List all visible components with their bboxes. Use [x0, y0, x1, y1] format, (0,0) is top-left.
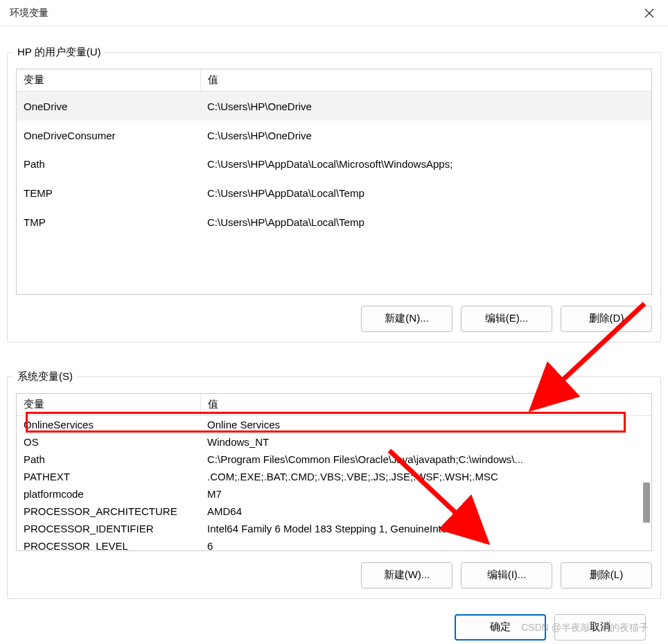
user-vars-legend: HP 的用户变量(U): [13, 46, 105, 59]
var-value-cell: Windows_NT: [200, 433, 651, 451]
sys-delete-button[interactable]: 删除(L): [561, 562, 652, 589]
var-name-cell: Path: [17, 451, 200, 468]
var-value-cell: 6: [200, 537, 651, 551]
var-name-cell: PATHEXT: [17, 468, 200, 485]
user-vars-group: HP 的用户变量(U) 变量 值 OneDriveC:\Users\HP\One…: [7, 46, 661, 342]
var-name-cell: platformcode: [17, 485, 200, 503]
var-value-cell: C:\Users\HP\OneDrive: [200, 121, 651, 150]
user-col-name[interactable]: 变量: [17, 69, 200, 92]
user-new-button[interactable]: 新建(N)...: [361, 306, 452, 332]
sys-vars-legend: 系统变量(S): [13, 370, 77, 383]
var-value-cell: Intel64 Family 6 Model 183 Stepping 1, G…: [200, 520, 651, 537]
window-title: 环境变量: [10, 7, 49, 19]
table-row[interactable]: OSWindows_NT: [17, 433, 651, 451]
table-row[interactable]: PATHEXT.COM;.EXE;.BAT;.CMD;.VBS;.VBE;.JS…: [17, 468, 651, 485]
user-vars-table-wrap: 变量 值 OneDriveC:\Users\HP\OneDriveOneDriv…: [16, 69, 652, 295]
sys-scrollbar[interactable]: [640, 416, 651, 550]
var-value-cell: C:\Users\HP\OneDrive: [200, 92, 651, 121]
sys-button-row: 新建(W)... 编辑(I)... 删除(L): [16, 562, 652, 589]
var-name-cell: Path: [17, 150, 200, 179]
table-row[interactable]: TMPC:\Users\HP\AppData\Local\Temp: [17, 208, 651, 237]
var-name-cell: OS: [17, 433, 200, 451]
var-name-cell: PROCESSOR_ARCHITECTURE: [17, 503, 200, 520]
sys-vars-table[interactable]: 变量 值 OnlineServicesOnline ServicesOSWind…: [17, 394, 651, 551]
table-row[interactable]: platformcodeM7: [17, 485, 651, 503]
titlebar: 环境变量: [0, 0, 668, 26]
table-row[interactable]: PROCESSOR_IDENTIFIERIntel64 Family 6 Mod…: [17, 520, 651, 537]
var-value-cell: .COM;.EXE;.BAT;.CMD;.VBS;.VBE;.JS;.JSE;.…: [200, 468, 651, 485]
ok-button[interactable]: 确定: [455, 614, 546, 641]
sys-col-name[interactable]: 变量: [17, 394, 200, 416]
close-icon[interactable]: [633, 0, 665, 26]
table-row[interactable]: PROCESSOR_LEVEL6: [17, 537, 651, 551]
var-value-cell: C:\Program Files\Common Files\Oracle\Jav…: [200, 451, 651, 468]
table-row[interactable]: OneDriveConsumerC:\Users\HP\OneDrive: [17, 121, 651, 150]
dialog-button-row: 确定 取消: [7, 599, 661, 641]
sys-scroll-thumb[interactable]: [643, 482, 650, 523]
sys-vars-group: 系统变量(S) 变量 值 OnlineServicesOnline Servic…: [7, 370, 661, 599]
user-col-value[interactable]: 值: [200, 69, 651, 92]
sys-new-button[interactable]: 新建(W)...: [361, 562, 452, 589]
var-name-cell: TEMP: [17, 179, 200, 208]
user-vars-table[interactable]: 变量 值 OneDriveC:\Users\HP\OneDriveOneDriv…: [17, 69, 651, 237]
table-row[interactable]: OneDriveC:\Users\HP\OneDrive: [17, 92, 651, 121]
sys-vars-table-wrap: 变量 值 OnlineServicesOnline ServicesOSWind…: [16, 393, 652, 551]
user-delete-button[interactable]: 删除(D): [561, 306, 652, 332]
var-value-cell: C:\Users\HP\AppData\Local\Temp: [200, 208, 651, 237]
table-row[interactable]: PROCESSOR_ARCHITECTUREAMD64: [17, 503, 651, 520]
dialog-content: HP 的用户变量(U) 变量 值 OneDriveC:\Users\HP\One…: [0, 26, 668, 644]
var-value-cell: Online Services: [200, 415, 651, 433]
var-name-cell: PROCESSOR_IDENTIFIER: [17, 520, 200, 537]
cancel-button[interactable]: 取消: [554, 614, 646, 641]
var-value-cell: AMD64: [200, 503, 651, 520]
var-name-cell: TMP: [17, 208, 200, 237]
var-name-cell: OneDriveConsumer: [17, 121, 200, 150]
var-name-cell: OnlineServices: [17, 415, 200, 433]
var-value-cell: M7: [200, 485, 651, 503]
user-button-row: 新建(N)... 编辑(E)... 删除(D): [16, 306, 652, 332]
table-row[interactable]: TEMPC:\Users\HP\AppData\Local\Temp: [17, 179, 651, 208]
table-row[interactable]: PathC:\Users\HP\AppData\Local\Microsoft\…: [17, 150, 651, 179]
table-row[interactable]: OnlineServicesOnline Services: [17, 415, 651, 433]
user-edit-button[interactable]: 编辑(E)...: [461, 306, 552, 332]
table-row[interactable]: PathC:\Program Files\Common Files\Oracle…: [17, 451, 651, 468]
var-name-cell: PROCESSOR_LEVEL: [17, 537, 200, 551]
var-name-cell: OneDrive: [17, 92, 200, 121]
var-value-cell: C:\Users\HP\AppData\Local\Microsoft\Wind…: [200, 150, 651, 179]
var-value-cell: C:\Users\HP\AppData\Local\Temp: [200, 179, 651, 208]
sys-edit-button[interactable]: 编辑(I)...: [461, 562, 552, 589]
sys-col-value[interactable]: 值: [200, 394, 651, 416]
